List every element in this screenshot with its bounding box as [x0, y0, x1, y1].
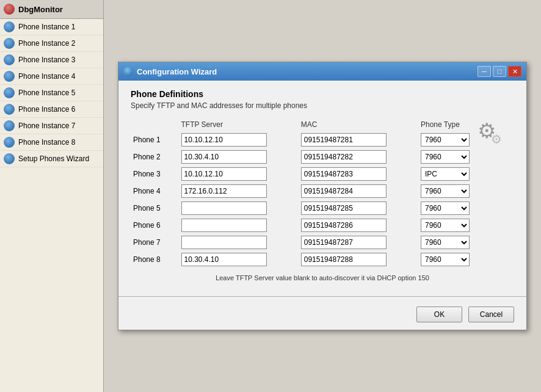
phone-icon-3	[4, 54, 15, 65]
tftp-input-3[interactable]	[181, 167, 267, 181]
dialog-title-icon	[123, 67, 133, 76]
sidebar-label-phone-instance-5: Phone Instance 5	[18, 89, 75, 97]
gear-decoration: ⚙ ⚙	[477, 118, 496, 143]
phone-label-8: Phone 8	[133, 255, 161, 264]
phone-row-6: Phone 67960IPC79407912	[131, 217, 514, 234]
sidebar-item-phone-instance-7[interactable]: Phone Instance 7	[0, 118, 103, 134]
sidebar-label-phone-instance-8: Phone Instance 8	[18, 138, 75, 147]
mac-input-5[interactable]	[301, 201, 387, 215]
sidebar-items-list: Phone Instance 1Phone Instance 2Phone In…	[0, 19, 103, 167]
dialog-content: Phone Definitions Specify TFTP and MAC a…	[118, 81, 526, 291]
ok-button[interactable]: OK	[416, 307, 462, 322]
sidebar-item-phone-instance-2[interactable]: Phone Instance 2	[0, 35, 103, 52]
sidebar-item-phone-instance-4[interactable]: Phone Instance 4	[0, 68, 103, 85]
phone-label-3: Phone 3	[133, 170, 161, 178]
mac-input-8[interactable]	[301, 253, 387, 266]
mac-input-6[interactable]	[301, 219, 387, 232]
sidebar-label-setup-phones-wizard: Setup Phones Wizard	[18, 154, 89, 163]
phone-type-select-8[interactable]: 7960IPC79407912	[421, 253, 470, 266]
phone-row-1: Phone 17960IPC79407912	[131, 131, 514, 148]
sidebar-item-phone-instance-1[interactable]: Phone Instance 1	[0, 19, 103, 35]
sidebar-label-phone-instance-6: Phone Instance 6	[18, 105, 75, 114]
sidebar-label-phone-instance-7: Phone Instance 7	[18, 122, 75, 130]
gear-small-icon: ⚙	[491, 132, 502, 147]
tftp-input-8[interactable]	[181, 253, 267, 266]
phone-type-select-7[interactable]: 7960IPC79407912	[421, 236, 470, 249]
phone-icon-4	[4, 71, 15, 82]
phone-type-select-1[interactable]: 7960IPC79407912	[421, 133, 470, 147]
sidebar-item-setup-phones-wizard[interactable]: Setup Phones Wizard	[0, 151, 103, 167]
phone-icon-6	[4, 104, 15, 115]
configuration-dialog: Configuration Wizard ─ □ ✕ Phone Definit…	[118, 62, 527, 330]
phone-icon-2	[4, 38, 15, 49]
sidebar-item-phone-instance-8[interactable]: Phone Instance 8	[0, 134, 103, 151]
section-title: Phone Definitions	[131, 89, 514, 99]
phone-row-3: Phone 37960IPC79407912	[131, 165, 514, 183]
maximize-button[interactable]: □	[493, 66, 506, 77]
tftp-input-6[interactable]	[181, 219, 267, 232]
hint-text: Leave TFTP Server value blank to auto-di…	[131, 274, 514, 281]
phone-table: TFTP Server MAC Phone Type Phone 17960IP…	[131, 118, 514, 268]
tftp-input-2[interactable]	[181, 150, 267, 164]
phone-row-8: Phone 87960IPC79407912	[131, 251, 514, 268]
phone-row-7: Phone 77960IPC79407912	[131, 234, 514, 251]
phone-row-4: Phone 47960IPC79407912	[131, 183, 514, 200]
mac-input-2[interactable]	[301, 150, 387, 164]
phone-label-6: Phone 6	[133, 221, 161, 230]
tftp-input-4[interactable]	[181, 184, 267, 198]
col-header-tftp: TFTP Server	[179, 118, 299, 131]
phone-label-4: Phone 4	[133, 187, 161, 195]
phone-type-select-6[interactable]: 7960IPC79407912	[421, 219, 470, 232]
col-header-phone-type: Phone Type	[418, 118, 514, 131]
cancel-button[interactable]: Cancel	[468, 307, 514, 322]
wizard-icon	[4, 153, 15, 164]
phone-type-select-5[interactable]: 7960IPC79407912	[421, 201, 470, 215]
phone-type-select-2[interactable]: 7960IPC79407912	[421, 150, 470, 164]
dialog-titlebar: Configuration Wizard ─ □ ✕	[118, 62, 526, 81]
sidebar-header: DbgMonitor	[0, 0, 103, 19]
sidebar-item-phone-instance-3[interactable]: Phone Instance 3	[0, 52, 103, 68]
sidebar-label-phone-instance-4: Phone Instance 4	[18, 72, 75, 81]
phone-label-7: Phone 7	[133, 238, 161, 247]
tftp-input-1[interactable]	[181, 133, 267, 147]
mac-input-3[interactable]	[301, 167, 387, 181]
tftp-input-5[interactable]	[181, 201, 267, 215]
section-subtitle: Specify TFTP and MAC addresses for multi…	[131, 101, 514, 110]
sidebar-header-label: DbgMonitor	[18, 5, 63, 14]
sidebar-item-phone-instance-5[interactable]: Phone Instance 5	[0, 85, 103, 101]
phone-type-select-3[interactable]: 7960IPC79407912	[421, 167, 470, 181]
sidebar-item-phone-instance-6[interactable]: Phone Instance 6	[0, 101, 103, 118]
phone-icon-7	[4, 120, 15, 131]
sidebar-label-phone-instance-2: Phone Instance 2	[18, 39, 75, 48]
phone-table-body: Phone 17960IPC79407912Phone 27960IPC7940…	[131, 131, 514, 268]
phone-row-5: Phone 57960IPC79407912	[131, 200, 514, 217]
phone-icon-5	[4, 87, 15, 98]
sidebar-label-phone-instance-3: Phone Instance 3	[18, 56, 75, 64]
tftp-input-7[interactable]	[181, 236, 267, 249]
phone-icon-8	[4, 137, 15, 148]
mac-input-1[interactable]	[301, 133, 387, 147]
dialog-title: Configuration Wizard	[137, 67, 476, 76]
phone-type-select-4[interactable]: 7960IPC79407912	[421, 184, 470, 198]
main-area: Configuration Wizard ─ □ ✕ Phone Definit…	[104, 0, 541, 392]
phone-label-2: Phone 2	[133, 153, 161, 161]
dialog-footer: OK Cancel	[118, 302, 526, 330]
phone-label-1: Phone 1	[133, 136, 161, 144]
phone-label-5: Phone 5	[133, 204, 161, 212]
sidebar-label-phone-instance-1: Phone Instance 1	[18, 23, 75, 31]
sidebar: DbgMonitor Phone Instance 1Phone Instanc…	[0, 0, 104, 392]
minimize-button[interactable]: ─	[477, 66, 491, 77]
col-header-mac: MAC	[299, 118, 418, 131]
phone-row-2: Phone 27960IPC79407912	[131, 148, 514, 165]
phone-icon-1	[4, 21, 15, 32]
mac-input-7[interactable]	[301, 236, 387, 249]
close-button[interactable]: ✕	[508, 66, 521, 77]
dialog-divider	[118, 296, 526, 297]
mac-input-4[interactable]	[301, 184, 387, 198]
dbgmonitor-icon	[4, 4, 15, 15]
